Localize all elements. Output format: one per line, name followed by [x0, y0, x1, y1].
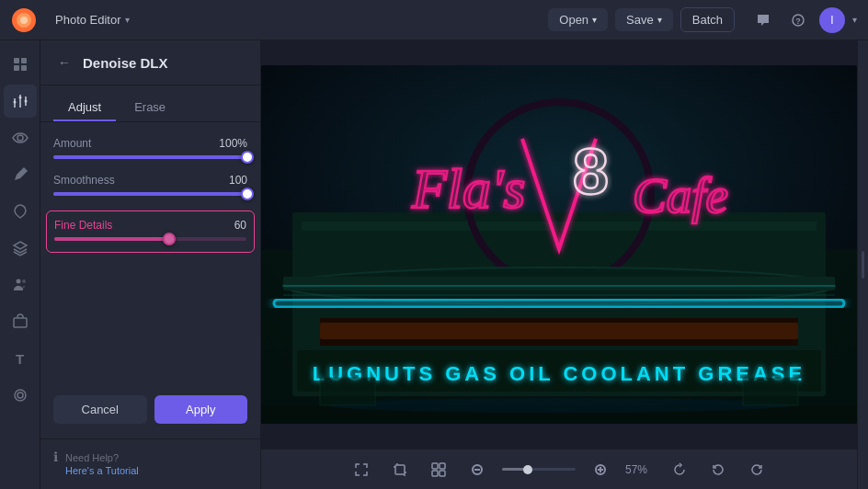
batch-button[interactable]: Batch [680, 7, 735, 32]
svg-rect-50 [440, 471, 445, 476]
fine-details-label: Fine Details [54, 219, 112, 232]
batch-label: Batch [692, 13, 723, 27]
back-icon: ← [58, 55, 71, 70]
svg-rect-47 [432, 463, 438, 469]
help-info-icon: ℹ [53, 449, 58, 464]
svg-rect-6 [21, 58, 27, 63]
svg-point-14 [24, 100, 27, 103]
svg-text:Cafe: Cafe [633, 167, 728, 223]
grid-view-button[interactable] [425, 456, 452, 483]
open-label: Open [559, 13, 588, 27]
svg-rect-40 [320, 378, 375, 405]
panel-header: ← Denoise DLX [40, 40, 260, 85]
zoom-slider-container [502, 468, 576, 471]
smoothness-slider-track[interactable] [53, 192, 247, 196]
app-name-label: Photo Editor [55, 13, 121, 27]
user-chevron[interactable]: ▾ [852, 15, 857, 25]
svg-rect-30 [283, 277, 835, 290]
sidebar-item-export[interactable] [4, 305, 37, 338]
redo-button[interactable] [743, 456, 771, 483]
tab-adjust[interactable]: Adjust [53, 95, 116, 121]
amount-value: 100% [219, 137, 247, 150]
svg-rect-8 [21, 65, 27, 71]
apply-button[interactable]: Apply [154, 395, 248, 424]
svg-text:Fla's: Fla's [411, 157, 526, 220]
svg-rect-18 [14, 318, 27, 327]
sidebar-item-home[interactable] [4, 48, 37, 81]
fine-details-slider-track[interactable] [54, 237, 246, 241]
tab-erase[interactable]: Erase [120, 95, 180, 121]
svg-rect-39 [320, 323, 798, 339]
sidebar-item-view[interactable] [4, 121, 37, 154]
canvas-image-container: Fla's 8 Cafe [261, 40, 857, 449]
zoom-slider-thumb[interactable] [523, 465, 532, 474]
sidebar-item-text[interactable]: T [4, 342, 37, 375]
amount-label: Amount [53, 137, 91, 150]
sidebar-item-people[interactable] [4, 268, 37, 301]
smoothness-value: 100 [229, 174, 247, 187]
sidebar-item-paint[interactable] [4, 158, 37, 191]
app-name-chevron: ▾ [125, 15, 130, 25]
topbar-icons: ? I ▾ [749, 6, 857, 34]
svg-point-12 [18, 97, 21, 99]
sidebar-item-heal[interactable] [4, 195, 37, 228]
canvas-area: Fla's 8 Cafe [261, 40, 857, 489]
svg-point-2 [20, 17, 28, 24]
save-label: Save [626, 13, 654, 27]
right-collapse-handle[interactable] [857, 40, 868, 489]
smoothness-slider-thumb[interactable] [241, 188, 254, 200]
zoom-out-button[interactable] [463, 456, 491, 483]
cancel-button[interactable]: Cancel [53, 395, 147, 424]
sidebar-item-watermark[interactable] [4, 379, 37, 412]
fine-details-slider-thumb[interactable] [163, 233, 176, 245]
fit-view-button[interactable] [348, 456, 375, 483]
svg-rect-48 [440, 463, 445, 469]
amount-slider-track[interactable] [53, 155, 247, 159]
svg-point-35 [329, 398, 789, 413]
svg-text:?: ? [795, 17, 801, 26]
svg-text:8: 8 [573, 136, 609, 208]
open-button[interactable]: Open ▾ [548, 8, 608, 31]
rotate-button[interactable] [666, 456, 693, 483]
main-content: T ← Denoise DLX Adjust Erase [0, 40, 868, 489]
amount-slider-fill [53, 155, 247, 159]
panel-actions: Cancel Apply [40, 395, 260, 438]
svg-point-15 [17, 135, 23, 141]
svg-rect-5 [14, 58, 19, 63]
zoom-in-button[interactable] [587, 456, 614, 483]
save-button[interactable]: Save ▾ [615, 8, 673, 31]
crop-view-button[interactable] [386, 456, 414, 483]
bottom-toolbar: 57% [261, 449, 857, 489]
icon-sidebar: T [0, 40, 40, 489]
smoothness-label: Smoothness [53, 174, 115, 187]
topbar: Photo Editor ▾ Open ▾ Save ▾ Batch ? I ▾ [0, 0, 868, 40]
panel-help: ℹ Need Help? Here's a Tutorial [40, 438, 260, 489]
smoothness-slider-fill [53, 192, 247, 196]
svg-point-17 [22, 279, 26, 283]
app-name-button[interactable]: Photo Editor ▾ [48, 9, 137, 30]
panel-title: Denoise DLX [83, 55, 168, 71]
help-text: Need Help? [65, 452, 119, 463]
app-logo [11, 7, 37, 33]
open-chevron: ▾ [592, 15, 597, 25]
canvas-image: Fla's 8 Cafe [261, 65, 857, 424]
comment-button[interactable] [749, 6, 777, 34]
help-button[interactable]: ? [784, 6, 812, 34]
svg-rect-49 [432, 471, 438, 476]
svg-rect-41 [743, 378, 798, 405]
sidebar-item-layers[interactable] [4, 232, 37, 265]
undo-button[interactable] [704, 456, 732, 483]
zoom-slider-track[interactable] [502, 468, 576, 471]
panel-tabs: Adjust Erase [40, 85, 260, 122]
back-button[interactable]: ← [53, 51, 75, 74]
svg-rect-24 [302, 222, 817, 231]
user-avatar[interactable]: I [819, 7, 845, 33]
amount-slider-thumb[interactable] [241, 151, 254, 164]
svg-point-19 [15, 390, 26, 401]
save-chevron: ▾ [657, 15, 662, 25]
denoise-panel: ← Denoise DLX Adjust Erase Amount 100% [40, 40, 261, 489]
sidebar-item-adjust[interactable] [4, 85, 37, 118]
amount-control: Amount 100% [53, 137, 247, 159]
help-tutorial-link[interactable]: Here's a Tutorial [65, 465, 139, 476]
zoom-percentage: 57% [625, 463, 655, 476]
